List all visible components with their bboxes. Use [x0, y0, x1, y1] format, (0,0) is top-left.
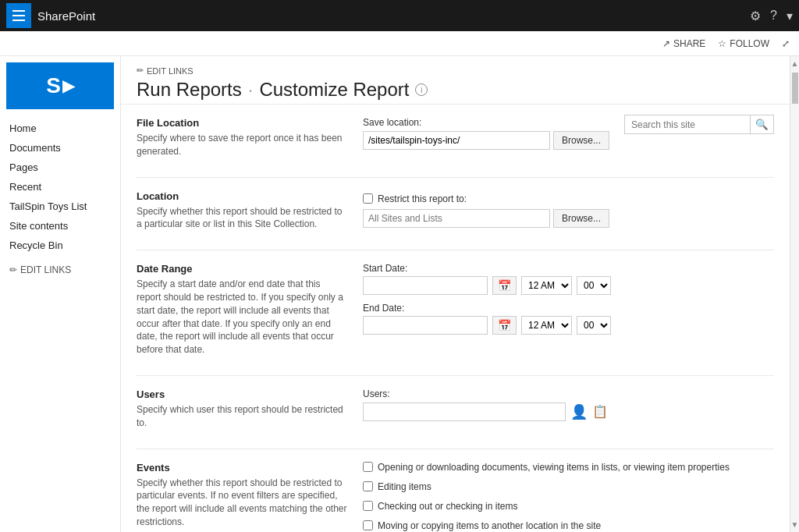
logo-arrow-icon: ▶ — [62, 76, 74, 95]
browse-button-restrict[interactable]: Browse... — [553, 209, 609, 228]
edit-icon: ✏ — [9, 264, 17, 275]
date-range-right: Start Date: 📅 12 AM1 AM2 AM3 AM 4 AM5 AM… — [363, 263, 774, 356]
event-label-3: Moving or copying items to another locat… — [378, 520, 601, 531]
sidebar-navigation: Home Documents Pages Recent TailSpin Toy… — [0, 119, 120, 255]
content-area: ✏ EDIT LINKS Run Reports · Customize Rep… — [121, 56, 790, 532]
events-section: Events Specify whether this report shoul… — [137, 462, 774, 532]
event-label-0: Opening or downloading documents, viewin… — [378, 462, 730, 473]
users-right: Users: 👤 📋 — [363, 388, 774, 430]
event-label-1: Editing items — [378, 481, 431, 492]
pencil-icon: ✏ — [137, 66, 144, 76]
date-range-title: Date Range — [137, 263, 347, 275]
end-minute-select[interactable]: 00153045 — [577, 316, 611, 335]
file-location-title: File Location — [137, 117, 347, 129]
event-check-3[interactable] — [363, 520, 373, 530]
share-label: SHARE — [673, 38, 705, 49]
content-header: ✏ EDIT LINKS Run Reports · Customize Rep… — [121, 56, 790, 105]
events-title: Events — [137, 462, 347, 473]
star-icon: ☆ — [718, 38, 726, 49]
page-title-row: Run Reports · Customize Report i — [137, 79, 774, 101]
end-date-label: End Date: — [363, 303, 774, 314]
form-content: File Location Specify where to save the … — [121, 105, 790, 532]
sidebar-edit-links[interactable]: ✏ EDIT LINKS — [0, 258, 120, 282]
restrict-row: Restrict this report to: — [363, 193, 774, 204]
start-date-input[interactable] — [363, 276, 488, 295]
sidebar-item-tailspin[interactable]: TailSpin Toys List — [0, 197, 120, 216]
save-location-label: Save location: — [363, 117, 774, 128]
start-minute-select[interactable]: 00153045 — [577, 276, 611, 295]
people-picker-icon[interactable]: 👤 — [570, 403, 588, 420]
end-date-group: End Date: 📅 12 AM1 AM2 AM3 AM 4 AM5 AM6 … — [363, 303, 774, 335]
page-title: Run Reports — [137, 79, 242, 101]
sidebar: S ▶ Home Documents Pages Recent TailSpin… — [0, 56, 121, 532]
date-range-left: Date Range Specify a start date and/or e… — [137, 263, 347, 356]
save-location-row: Browse... — [363, 131, 774, 150]
start-date-group: Start Date: 📅 12 AM1 AM2 AM3 AM 4 AM5 AM… — [363, 263, 774, 295]
sidebar-item-home[interactable]: Home — [0, 119, 120, 138]
app-title: SharePoint — [37, 9, 750, 23]
scrollbar[interactable]: ▲ ▼ — [790, 56, 799, 532]
users-section: Users Specify which user this report sho… — [137, 388, 774, 430]
event-check-2[interactable] — [363, 501, 373, 511]
top-nav: SharePoint ⚙ ? ▾ — [0, 0, 799, 31]
chevron-down-icon[interactable]: ▾ — [787, 9, 793, 23]
hamburger-menu[interactable] — [6, 3, 31, 28]
scroll-thumb[interactable] — [792, 73, 798, 104]
secondary-nav: ↗ SHARE ☆ FOLLOW ⤢ — [0, 31, 799, 56]
help-icon[interactable]: ? — [770, 9, 777, 23]
events-right: Opening or downloading documents, viewin… — [363, 462, 774, 532]
events-left: Events Specify whether this report shoul… — [137, 462, 347, 532]
sidebar-item-recent[interactable]: Recent — [0, 177, 120, 197]
share-button[interactable]: ↗ SHARE — [662, 38, 705, 49]
start-date-row: 📅 12 AM1 AM2 AM3 AM 4 AM5 AM6 AM7 AM 8 A… — [363, 276, 774, 295]
restrict-input[interactable] — [363, 209, 550, 228]
site-logo[interactable]: S ▶ — [6, 62, 114, 109]
location-left: Location Specify whether this report sho… — [137, 190, 347, 232]
date-range-section: Date Range Specify a start date and/or e… — [137, 263, 774, 356]
calendar-icon-end[interactable]: 📅 — [492, 316, 517, 335]
sidebar-item-recycle-bin[interactable]: Recycle Bin — [0, 236, 120, 255]
event-checkbox-3: Moving or copying items to another locat… — [363, 520, 774, 531]
page-subtitle: Customize Report — [259, 79, 409, 101]
save-location-input[interactable] — [363, 131, 550, 150]
start-time-select[interactable]: 12 AM1 AM2 AM3 AM 4 AM5 AM6 AM7 AM 8 AM9… — [521, 276, 572, 295]
events-desc: Specify whether this report should be re… — [137, 477, 347, 529]
main-layout: S ▶ Home Documents Pages Recent TailSpin… — [0, 56, 799, 532]
event-check-0[interactable] — [363, 462, 373, 472]
file-location-desc: Specify where to save the report once it… — [137, 132, 347, 158]
event-checkbox-2: Checking out or checking in items — [363, 501, 774, 512]
gear-icon[interactable]: ⚙ — [750, 9, 761, 23]
end-date-input[interactable] — [363, 316, 488, 335]
location-desc: Specify whether this report should be re… — [137, 205, 347, 232]
location-title: Location — [137, 190, 347, 202]
file-location-section: File Location Specify where to save the … — [137, 117, 774, 158]
sidebar-item-pages[interactable]: Pages — [0, 158, 120, 177]
restrict-checkbox[interactable] — [363, 193, 373, 204]
users-desc: Specify which user this report should be… — [137, 403, 347, 430]
calendar-icon-start[interactable]: 📅 — [492, 276, 517, 295]
event-checkbox-0: Opening or downloading documents, viewin… — [363, 462, 774, 473]
info-icon[interactable]: i — [415, 83, 428, 96]
users-label: Users: — [363, 388, 774, 399]
end-time-select[interactable]: 12 AM1 AM2 AM3 AM 4 AM5 AM6 AM7 AM 8 AM9… — [521, 316, 572, 335]
users-title: Users — [137, 388, 347, 400]
address-book-icon[interactable]: 📋 — [592, 404, 608, 419]
edit-links-top[interactable]: ✏ EDIT LINKS — [137, 66, 774, 76]
restrict-input-row: Browse... — [363, 209, 774, 228]
logo-letter: S — [46, 73, 61, 98]
event-check-1[interactable] — [363, 481, 373, 491]
end-date-row: 📅 12 AM1 AM2 AM3 AM 4 AM5 AM6 AM7 AM 8 A… — [363, 316, 774, 335]
top-nav-icons: ⚙ ? ▾ — [750, 9, 793, 23]
sidebar-item-site-contents[interactable]: Site contents — [0, 216, 120, 236]
users-left: Users Specify which user this report sho… — [137, 388, 347, 430]
location-section: Location Specify whether this report sho… — [137, 190, 774, 232]
file-location-left: File Location Specify where to save the … — [137, 117, 347, 158]
resize-icon: ⤢ — [782, 38, 790, 49]
follow-label: FOLLOW — [730, 38, 769, 49]
follow-button[interactable]: ☆ FOLLOW — [718, 38, 769, 49]
browse-button-location[interactable]: Browse... — [553, 131, 609, 150]
resize-button[interactable]: ⤢ — [782, 38, 790, 49]
users-input[interactable] — [363, 403, 566, 421]
start-date-label: Start Date: — [363, 263, 774, 274]
sidebar-item-documents[interactable]: Documents — [0, 138, 120, 158]
